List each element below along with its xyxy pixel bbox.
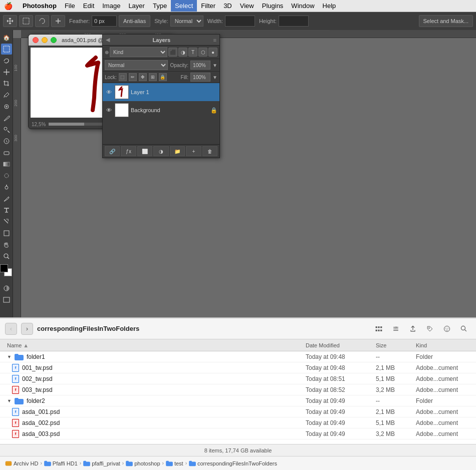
tool-hand[interactable] xyxy=(1,239,12,250)
lock-position-btn[interactable]: ✥ xyxy=(139,73,147,81)
list-item[interactable]: ▼ folder1 Today at 09:48 -- Folder xyxy=(0,351,476,362)
tool-path-select[interactable] xyxy=(1,216,12,227)
tool-dodge[interactable] xyxy=(1,182,12,193)
path-archiv-hd[interactable]: Archiv HD xyxy=(5,460,39,466)
tool-blur[interactable] xyxy=(1,170,12,181)
tool-brush[interactable] xyxy=(1,113,12,124)
menu-photoshop[interactable]: Photoshop xyxy=(19,0,61,12)
tool-eraser[interactable] xyxy=(1,147,12,158)
fb-forward-btn[interactable]: › xyxy=(21,323,33,335)
list-item[interactable]: f asda_002.psd Today at 09:49 5,1 MB Ado… xyxy=(0,417,476,428)
list-item[interactable]: f 001_tw.psd Today at 09:48 2,1 MB Adobe… xyxy=(0,362,476,373)
layer-mask-btn[interactable]: ⬜ xyxy=(137,146,152,156)
move-tool-btn[interactable] xyxy=(3,15,17,27)
list-item[interactable]: f asda_003.psd Today at 09:49 3,2 MB Ado… xyxy=(0,428,476,439)
fb-emoji-btn[interactable] xyxy=(440,322,454,336)
panel-menu[interactable]: ≡ xyxy=(213,37,216,43)
filter-pixel-btn[interactable]: ⬛ xyxy=(168,48,177,57)
list-item[interactable]: f asda_001.psd Today at 09:49 2,1 MB Ado… xyxy=(0,406,476,417)
filter-shape-btn[interactable]: ⬡ xyxy=(198,48,207,57)
tool-move[interactable] xyxy=(1,67,12,78)
opacity-arrow[interactable]: ▼ xyxy=(212,63,217,68)
menu-3d[interactable]: 3D xyxy=(219,0,236,12)
fb-tag-btn[interactable] xyxy=(423,322,437,336)
fill-arrow[interactable]: ▼ xyxy=(212,75,217,80)
tool-home[interactable]: 🏠 xyxy=(1,32,12,43)
layer-item-background[interactable]: 👁 Background 🔒 xyxy=(103,101,219,119)
panel-collapse[interactable]: ◀ xyxy=(106,37,110,43)
fill-input[interactable] xyxy=(190,73,210,82)
adjustment-layer-btn[interactable]: ◑ xyxy=(153,146,168,156)
layer-effects-btn[interactable]: ƒx xyxy=(121,146,136,156)
menu-type[interactable]: Type xyxy=(149,0,171,12)
menu-view[interactable]: View xyxy=(236,0,258,12)
rect-marquee-btn[interactable] xyxy=(19,15,33,27)
fb-back-btn[interactable]: ‹ xyxy=(5,323,17,335)
tool-pen[interactable] xyxy=(1,193,12,204)
new-group-btn[interactable]: 📁 xyxy=(170,146,185,156)
list-item[interactable]: f 003_tw.psd Today at 08:52 3,2 MB Adobe… xyxy=(0,384,476,395)
tool-zoom[interactable] xyxy=(1,251,12,262)
add-btn[interactable] xyxy=(51,15,65,27)
select-and-mask-btn[interactable]: Select and Mask... xyxy=(419,15,473,27)
tool-shape[interactable] xyxy=(1,228,12,239)
feather-input[interactable] xyxy=(92,16,117,27)
fb-search-btn[interactable] xyxy=(457,322,471,336)
path-pfaffi-hd1[interactable]: Pfaffi HD1 xyxy=(44,460,78,466)
fb-arrange-btn[interactable] xyxy=(389,322,403,336)
lock-transparent-btn[interactable]: ⬚ xyxy=(119,73,127,81)
apple-menu[interactable]: 🍎 xyxy=(4,2,13,10)
menu-plugins[interactable]: Plugins xyxy=(258,0,288,12)
path-test[interactable]: test xyxy=(166,460,183,466)
tool-eyedropper[interactable] xyxy=(1,90,12,101)
background-visibility-btn[interactable]: 👁 xyxy=(105,106,113,114)
col-size-header[interactable]: Size xyxy=(376,342,416,348)
col-kind-header[interactable]: Kind xyxy=(416,342,471,348)
menu-file[interactable]: File xyxy=(61,0,79,12)
menu-image[interactable]: Image xyxy=(98,0,124,12)
menu-window[interactable]: Window xyxy=(287,0,318,12)
antialias-btn[interactable]: Anti-alias xyxy=(119,15,150,27)
tool-marquee[interactable] xyxy=(1,44,12,55)
tool-text[interactable] xyxy=(1,205,12,216)
tool-clone[interactable] xyxy=(1,124,12,135)
style-select[interactable]: Normal xyxy=(170,16,203,27)
col-name-header[interactable]: Name ▲ xyxy=(5,342,306,348)
path-corresponding[interactable]: correspondingFilesInTwoFolders xyxy=(189,460,277,466)
filter-adjust-btn[interactable]: ◑ xyxy=(178,48,187,57)
menu-edit[interactable]: Edit xyxy=(79,0,98,12)
width-input[interactable] xyxy=(225,16,255,27)
menu-help[interactable]: Help xyxy=(319,0,340,12)
tool-screen-mode[interactable] xyxy=(1,294,12,305)
filter-kind-select[interactable]: Kind xyxy=(110,47,167,57)
tool-history[interactable] xyxy=(1,136,12,147)
delete-layer-btn[interactable]: 🗑 xyxy=(202,146,217,156)
tool-heal[interactable] xyxy=(1,101,12,112)
filter-smart-btn[interactable]: ● xyxy=(208,48,217,57)
height-input[interactable] xyxy=(279,16,309,27)
list-item[interactable]: ▼ folder2 Today at 09:49 -- Folder xyxy=(0,395,476,406)
path-photoshop[interactable]: photoshop xyxy=(126,460,160,466)
filter-type-btn[interactable]: T xyxy=(188,48,197,57)
lock-artboard-btn[interactable]: ⊞ xyxy=(149,73,157,81)
foreground-color-swatch[interactable] xyxy=(0,264,8,272)
layer-item-layer1[interactable]: 👁 Layer 1 xyxy=(103,83,219,101)
list-item[interactable]: f 002_tw.psd Today at 08:51 5,1 MB Adobe… xyxy=(0,373,476,384)
menu-filter[interactable]: Filter xyxy=(197,0,219,12)
fb-view-options-btn[interactable] xyxy=(372,322,386,336)
tool-quick-mask[interactable] xyxy=(1,283,12,294)
tool-lasso[interactable] xyxy=(1,55,12,66)
tool-crop[interactable] xyxy=(1,78,12,89)
lasso-btn[interactable] xyxy=(35,15,49,27)
lock-paint-btn[interactable]: ✏ xyxy=(129,73,137,81)
lock-all-btn[interactable]: 🔒 xyxy=(159,73,167,81)
link-layers-btn[interactable]: 🔗 xyxy=(105,146,120,156)
minimize-button[interactable] xyxy=(42,37,48,43)
close-button[interactable] xyxy=(33,37,39,43)
tool-gradient[interactable] xyxy=(1,159,12,170)
new-layer-btn[interactable]: + xyxy=(186,146,201,156)
layer1-visibility-btn[interactable]: 👁 xyxy=(105,88,113,96)
blend-mode-select[interactable]: Normal xyxy=(105,60,168,70)
fullscreen-button[interactable] xyxy=(51,37,57,43)
path-pfaffi-privat[interactable]: pfaffi_privat xyxy=(83,460,120,466)
